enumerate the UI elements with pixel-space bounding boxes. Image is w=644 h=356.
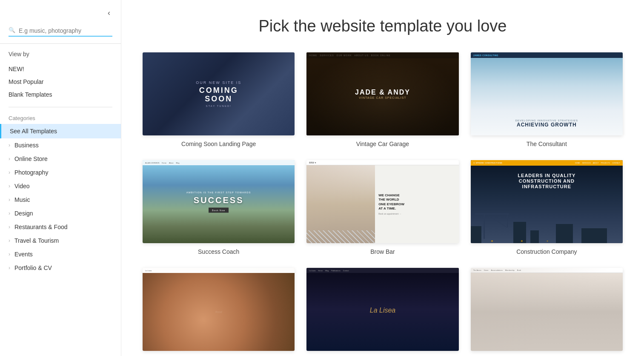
space-nav-link4: Contact: [343, 270, 349, 272]
construction-crane-svg: [471, 209, 607, 243]
sidebar-divider: [9, 107, 112, 107]
space-logo-text: La Lisea: [370, 306, 396, 314]
sidebar-item-new[interactable]: NEW!: [9, 63, 112, 75]
success-nav: ALLAN JOHNSON Home About Blog: [143, 160, 295, 165]
template-thumb-food: La Lisea food: [143, 268, 295, 351]
sidebar-item-portfolio-cv[interactable]: › Portfolio & CV: [0, 261, 121, 275]
sidebar-item-video[interactable]: › Video: [0, 179, 121, 193]
construction-nav-contact: CONTACT: [612, 162, 620, 164]
view-by-section: View by NEW! Most Popular Blank Template…: [0, 44, 121, 103]
chevron-right-icon: ›: [9, 142, 10, 148]
svg-point-10: [521, 240, 523, 242]
template-thumb-brow-bar: BRW ✦ WE CHANGETHE WORLDONE EYEBROWAT A …: [306, 160, 458, 243]
chevron-right-icon: ›: [9, 238, 10, 244]
construction-center: LEADERS IN QUALITYCONSTRUCTION ANDINFRAS…: [471, 173, 623, 190]
template-thumb-vintage-car: HOME SERVICES OUR WORK ABOUT US BOOK ONL…: [306, 52, 458, 135]
sidebar-item-design[interactable]: › Design: [0, 207, 121, 220]
sidebar: ‹ View by NEW! Most Popular Blank Templa…: [0, 0, 121, 356]
template-card-space[interactable]: La Lisea Home Blog Publications Contact …: [306, 268, 458, 356]
sidebar-item-online-store[interactable]: › Online Store: [0, 152, 121, 166]
template-card-success-coach[interactable]: ALLAN JOHNSON Home About Blog AMBITION I…: [143, 160, 295, 255]
categories-label: Categories: [0, 111, 121, 124]
svg-line-3: [485, 213, 507, 227]
see-all-templates-link[interactable]: See All Templates: [0, 124, 121, 138]
template-thumb-consultant: JAMES CONSULTING DEVELOPING INNOVATIVE S…: [471, 52, 623, 135]
chevron-right-icon: ›: [9, 197, 10, 203]
construction-logo: ⬡ SPHERE CONSTRUCTIONS: [473, 162, 503, 164]
template-card-consultant[interactable]: JAMES CONSULTING DEVELOPING INNOVATIVE S…: [471, 52, 623, 147]
template-name-success-coach: Success Coach: [198, 248, 239, 255]
sidebar-category-label: Online Store: [14, 155, 48, 162]
sidebar-collapse-button[interactable]: ‹: [103, 7, 115, 19]
consultant-bottom-text: DEVELOPING INNOVATIVE STRATEGIES ACHIEVI…: [471, 119, 623, 128]
svg-rect-7: [556, 224, 573, 243]
sidebar-item-music[interactable]: › Music: [0, 193, 121, 207]
vintage-car-text: JADE & ANDY VINTAGE CAR SPECIALIST: [355, 89, 410, 99]
category-list: › Business › Online Store › Photography …: [0, 138, 121, 275]
sidebar-category-label: Restaurants & Food: [14, 224, 68, 230]
svg-rect-6: [530, 230, 539, 243]
construction-nav-links: HOME SERVICES ABOUT PROJECTS CONTACT: [575, 162, 620, 164]
annex-room-overlay: [471, 268, 623, 351]
browbar-nav-logo: BRW ✦: [309, 161, 316, 164]
chevron-left-icon: ‹: [108, 9, 110, 17]
sidebar-category-label: Photography: [14, 169, 48, 176]
template-card-construction[interactable]: ⬡ SPHERE CONSTRUCTIONS HOME SERVICES ABO…: [471, 160, 623, 255]
browbar-text: WE CHANGETHE WORLDONE EYEBROWAT A TIME. …: [375, 165, 459, 243]
success-quote: AMBITION IS THE FIRST STEP TOWARDS: [186, 191, 251, 193]
construction-nav-services: SERVICES: [582, 162, 591, 164]
template-card-coming-soon[interactable]: OUR NEW SITE IS COMINGSOON STAY TUNED! C…: [143, 52, 295, 147]
chevron-right-icon: ›: [9, 251, 10, 257]
sidebar-item-photography[interactable]: › Photography: [0, 166, 121, 179]
construction-nav: ⬡ SPHERE CONSTRUCTIONS HOME SERVICES ABO…: [471, 160, 623, 166]
sidebar-item-blank-templates[interactable]: Blank Templates: [9, 88, 112, 101]
sidebar-category-label: Travel & Tourism: [14, 237, 59, 244]
template-card-vintage-car[interactable]: HOME SERVICES OUR WORK ABOUT US BOOK ONL…: [306, 52, 458, 147]
cs-sub-text: STAY TUNED!: [206, 105, 232, 107]
success-cta: Book Now: [209, 207, 229, 212]
chevron-right-icon: ›: [9, 265, 10, 271]
svg-point-9: [491, 240, 493, 242]
food-nav: La Lisea: [143, 268, 295, 273]
food-text: food: [215, 310, 222, 314]
sidebar-item-travel-tourism[interactable]: › Travel & Tourism: [0, 234, 121, 247]
template-name-brow-bar: Brow Bar: [370, 248, 395, 255]
svg-rect-0: [484, 213, 485, 239]
construction-nav-home: HOME: [575, 162, 580, 164]
sidebar-item-most-popular[interactable]: Most Popular: [9, 75, 112, 88]
space-nav-logo: La Lisea: [309, 270, 315, 272]
chevron-right-icon: ›: [9, 210, 10, 216]
sidebar-item-restaurants-food[interactable]: › Restaurants & Food: [0, 220, 121, 234]
template-card-brow-bar[interactable]: BRW ✦ WE CHANGETHE WORLDONE EYEBROWAT A …: [306, 160, 458, 255]
construction-nav-projects: PROJECTS: [601, 162, 610, 164]
sidebar-item-events[interactable]: › Events: [0, 247, 121, 261]
view-by-label: View by: [9, 51, 112, 57]
sidebar-category-label: Events: [14, 251, 33, 258]
template-card-food[interactable]: La Lisea food: [143, 268, 295, 356]
success-nav-link2: About: [169, 162, 173, 164]
sidebar-category-label: Design: [14, 210, 33, 217]
template-card-annex[interactable]: The Annex Home Accomodations Membership …: [471, 268, 623, 356]
main-content: Pick the website template you love OUR N…: [121, 0, 644, 356]
template-thumb-annex: The Annex Home Accomodations Membership …: [471, 268, 623, 351]
food-nav-logo: La Lisea: [145, 270, 152, 272]
consultant-nav-bar: JAMES CONSULTING: [471, 52, 623, 58]
vintage-title: JADE & ANDY: [355, 89, 410, 96]
svg-rect-5: [513, 222, 526, 243]
search-input[interactable]: [9, 26, 112, 37]
success-nav-logo: ALLAN JOHNSON: [145, 162, 159, 164]
success-nav-link3: Blog: [176, 162, 179, 164]
chevron-right-icon: ›: [9, 224, 10, 230]
template-name-coming-soon: Coming Soon Landing Page: [181, 141, 256, 147]
template-thumb-success-coach: ALLAN JOHNSON Home About Blog AMBITION I…: [143, 160, 295, 243]
space-nav: La Lisea Home Blog Publications Contact: [306, 268, 458, 273]
browbar-headline: WE CHANGETHE WORLDONE EYEBROWAT A TIME.: [378, 193, 455, 211]
sidebar-item-business[interactable]: › Business: [0, 138, 121, 152]
page-title: Pick the website template you love: [143, 17, 623, 35]
space-nav-link1: Home: [318, 270, 323, 272]
template-name-consultant: The Consultant: [527, 141, 567, 147]
success-title: SUCCESS: [186, 195, 251, 205]
svg-rect-4: [471, 226, 481, 243]
browbar-nav: BRW ✦: [306, 160, 458, 165]
svg-rect-2: [507, 215, 508, 227]
